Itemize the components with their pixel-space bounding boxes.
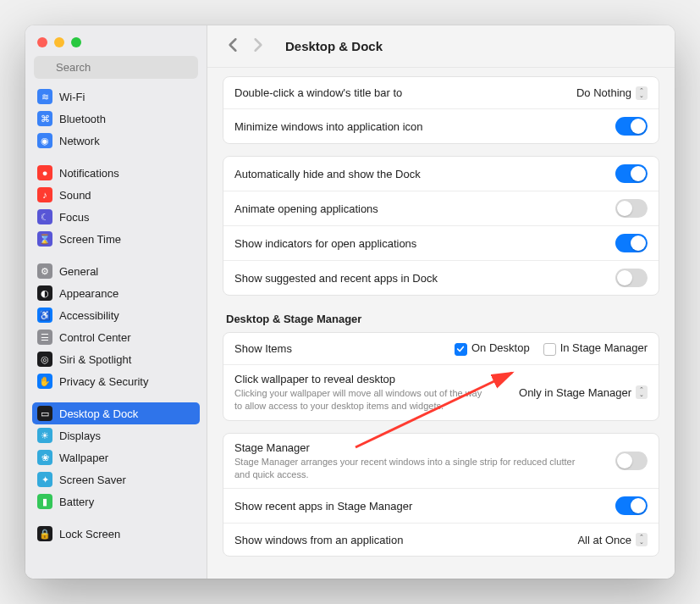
sidebar-item-label: Privacy & Security xyxy=(59,375,148,388)
row-label: Animate opening applications xyxy=(234,202,615,215)
desktop-dock-icon: ▭ xyxy=(37,406,52,421)
popup-show-windows-value: All at Once xyxy=(577,534,631,546)
label-show-windows-app: Show windows from an application xyxy=(234,534,577,546)
settings-scroll[interactable]: Double-click a window's title bar toDo N… xyxy=(207,68,675,579)
sidebar-item-network[interactable]: ◉Network xyxy=(32,130,200,152)
screen-time-icon: ⌛ xyxy=(37,231,52,247)
sidebar-item-label: Sound xyxy=(59,189,91,202)
group-dock: Automatically hide and show the DockAnim… xyxy=(223,156,659,296)
row-label: Show suggested and recent apps in Dock xyxy=(234,272,615,285)
row-stage-manager: Stage Manager Stage Manager arranges you… xyxy=(223,434,659,490)
chevron-updown-icon: ⌃⌄ xyxy=(636,385,648,399)
row-automatically-hide-and-show-the-dock: Automatically hide and show the Dock xyxy=(223,157,659,191)
group-stage-manager: Stage Manager Stage Manager arranges you… xyxy=(223,433,659,557)
sidebar-item-label: Lock Screen xyxy=(59,528,120,540)
row-recent-apps-sm: Show recent apps in Stage Manager xyxy=(223,489,659,524)
label-stage-manager: Stage Manager xyxy=(234,441,615,454)
back-button[interactable] xyxy=(223,36,243,58)
sidebar-item-general[interactable]: ⚙General xyxy=(32,260,200,282)
sidebar-item-label: Control Center xyxy=(59,331,131,344)
sidebar-item-desktop-dock[interactable]: ▭Desktop & Dock xyxy=(32,402,200,424)
control-center-icon: ☰ xyxy=(37,330,52,345)
displays-icon: ☀ xyxy=(37,428,52,443)
switch-stage-manager[interactable] xyxy=(615,452,648,470)
sidebar-item-label: Bluetooth xyxy=(59,113,106,125)
desc-click-wallpaper: Clicking your wallpaper will move all wi… xyxy=(234,387,488,413)
show-items-checkboxes: On Desktop In Stage Manager xyxy=(455,341,648,355)
sidebar-item-control-center[interactable]: ☰Control Center xyxy=(32,326,200,348)
chevron-updown-icon: ⌃⌄ xyxy=(636,86,648,100)
focus-icon: ☾ xyxy=(37,209,52,224)
switch-recent-apps-sm[interactable] xyxy=(615,496,648,515)
checkbox-on-desktop[interactable] xyxy=(455,343,467,356)
sidebar-item-sound[interactable]: ♪Sound xyxy=(32,184,200,206)
forward-button[interactable] xyxy=(248,36,268,58)
maximize-button[interactable] xyxy=(71,37,81,47)
label-click-wallpaper: Click wallpaper to reveal desktop xyxy=(234,373,519,385)
sidebar-item-label: Screen Saver xyxy=(59,474,126,486)
row-label: Double-click a window's title bar to xyxy=(234,86,576,99)
row-click-wallpaper: Click wallpaper to reveal desktop Clicki… xyxy=(223,365,659,420)
section-desktop-stage-manager: Desktop & Stage Manager xyxy=(223,308,659,332)
checkbox-in-stage-manager-wrap[interactable]: In Stage Manager xyxy=(543,341,648,355)
wallpaper-icon: ❀ xyxy=(37,450,52,465)
wi-fi-icon: ≋ xyxy=(37,89,52,104)
row-show-items: Show Items On Desktop In Stage Manager xyxy=(223,333,659,365)
sidebar-item-bluetooth[interactable]: ⌘Bluetooth xyxy=(32,108,200,130)
sidebar-item-appearance[interactable]: ◐Appearance xyxy=(32,282,200,304)
search-input[interactable] xyxy=(34,56,198,79)
sidebar-item-focus[interactable]: ☾Focus xyxy=(32,206,200,228)
bluetooth-icon: ⌘ xyxy=(37,111,52,126)
sidebar-item-displays[interactable]: ☀Displays xyxy=(32,424,200,446)
sidebar-item-screen-time[interactable]: ⌛Screen Time xyxy=(32,228,200,250)
sidebar-item-battery[interactable]: ▮Battery xyxy=(32,490,200,513)
appearance-icon: ◐ xyxy=(37,285,52,301)
sidebar-item-label: Focus xyxy=(59,211,89,224)
row-minimize-windows-into-application-icon: Minimize windows into application icon xyxy=(223,109,659,143)
sidebar-item-accessibility[interactable]: ♿Accessibility xyxy=(32,304,200,326)
siri-spotlight-icon: ◎ xyxy=(37,352,52,367)
sidebar-item-lock-screen[interactable]: 🔒Lock Screen xyxy=(32,523,200,545)
sidebar-item-label: Battery xyxy=(59,496,94,508)
sidebar: ≋Wi-Fi⌘Bluetooth◉Network●Notifications♪S… xyxy=(25,25,207,579)
popup-show-windows-app[interactable]: All at Once ⌃⌄ xyxy=(577,533,648,546)
switch-animate-opening-applications[interactable] xyxy=(615,199,648,218)
close-button[interactable] xyxy=(37,37,47,47)
sidebar-item-wallpaper[interactable]: ❀Wallpaper xyxy=(32,446,200,468)
content-pane: Desktop & Dock Double-click a window's t… xyxy=(207,25,675,579)
row-double-click-a-window-s-title-bar-to: Double-click a window's title bar toDo N… xyxy=(223,77,659,109)
lock-screen-icon: 🔒 xyxy=(37,526,52,541)
sidebar-item-screen-saver[interactable]: ✦Screen Saver xyxy=(32,468,200,490)
sidebar-item-label: Displays xyxy=(59,429,101,442)
sidebar-item-siri-spotlight[interactable]: ◎Siri & Spotlight xyxy=(32,348,200,370)
sidebar-item-privacy-security[interactable]: ✋Privacy & Security xyxy=(32,370,200,392)
popup-value: Do Nothing xyxy=(576,86,631,99)
screen-saver-icon: ✦ xyxy=(37,472,52,487)
checkbox-in-stage-manager[interactable] xyxy=(543,343,556,356)
sidebar-item-wi-fi[interactable]: ≋Wi-Fi xyxy=(32,86,200,108)
group-titlebar: Double-click a window's title bar toDo N… xyxy=(223,76,659,144)
switch-automatically-hide-and-show-th[interactable] xyxy=(615,164,648,183)
page-title: Desktop & Dock xyxy=(285,39,383,53)
switch-show-suggested-and-recent-apps[interactable] xyxy=(615,269,648,287)
window-controls xyxy=(25,25,207,56)
popup-double-click-a-window-s-title-[interactable]: Do Nothing⌃⌄ xyxy=(576,86,648,100)
row-show-windows-app: Show windows from an application All at … xyxy=(223,524,659,556)
popup-click-wallpaper[interactable]: Only in Stage Manager ⌃⌄ xyxy=(519,385,648,399)
sidebar-item-label: Wi-Fi xyxy=(59,91,85,103)
sidebar-item-notifications[interactable]: ●Notifications xyxy=(32,162,200,184)
switch-show-indicators-for-open-appli[interactable] xyxy=(615,234,648,252)
chevron-updown-icon: ⌃⌄ xyxy=(636,533,648,546)
switch-minimize-windows-into-applicat[interactable] xyxy=(615,117,648,136)
group-desktop-stage: Show Items On Desktop In Stage Manager xyxy=(223,332,659,421)
popup-click-wallpaper-value: Only in Stage Manager xyxy=(519,386,631,399)
sidebar-nav: ≋Wi-Fi⌘Bluetooth◉Network●Notifications♪S… xyxy=(25,86,207,579)
sidebar-item-label: Appearance xyxy=(59,287,119,300)
minimize-button[interactable] xyxy=(54,37,64,47)
row-label: Minimize windows into application icon xyxy=(234,120,615,133)
privacy-security-icon: ✋ xyxy=(37,374,52,389)
label-recent-apps-sm: Show recent apps in Stage Manager xyxy=(234,500,615,513)
row-show-indicators-for-open-applications: Show indicators for open applications xyxy=(223,226,659,261)
sidebar-item-label: Screen Time xyxy=(59,233,121,246)
checkbox-on-desktop-wrap[interactable]: On Desktop xyxy=(455,341,530,355)
